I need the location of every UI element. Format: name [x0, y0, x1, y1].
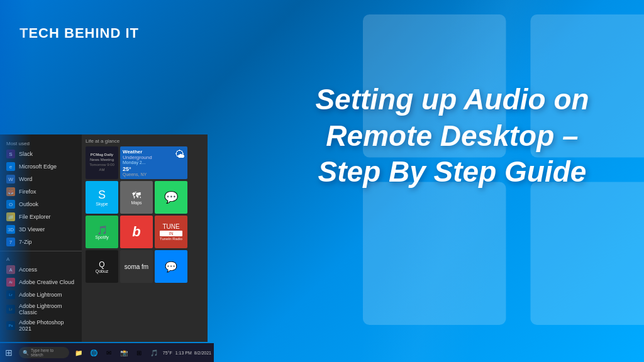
start-menu-left: Most used S Slack e Microsoft Edge W: [0, 134, 82, 342]
tiles-row-4: Q Qobuz soma fm 💬: [86, 250, 204, 283]
firefox-icon: 🦊: [6, 187, 15, 196]
alpha-label: A: [0, 254, 82, 263]
taskbar-tray: 75°F 1:13 PM 8/2/2021: [163, 351, 214, 355]
start-item-lr[interactable]: Lr Adobe Lightroom: [0, 288, 82, 301]
tile-maps[interactable]: 🗺 Maps: [120, 181, 153, 214]
slack-icon: S: [6, 150, 15, 158]
brand-logo: TECH BEHIND IT: [19, 25, 139, 41]
taskbar-time: 1:13 PM: [175, 351, 192, 355]
start-item-word[interactable]: W Word: [0, 173, 82, 185]
start-item-edge[interactable]: e Microsoft Edge: [0, 160, 82, 173]
start-item-3dviewer[interactable]: 3D 3D Viewer: [0, 223, 82, 236]
start-item-7zip[interactable]: 7 7-Zip: [0, 236, 82, 248]
screenshot-container: Most used S Slack e Microsoft Edge W: [0, 129, 214, 362]
photoshop-icon: Ps: [6, 321, 15, 330]
title-text: Setting up Audio on Remote Desktop – Ste…: [298, 82, 606, 190]
tiles-row-1: PCMag Daily News Meeting Tomorrow 9:00 A…: [86, 146, 204, 179]
most-used-label: Most used: [0, 138, 82, 148]
lightroom-icon: Lr: [6, 290, 15, 299]
creative-cloud-icon: Ai: [6, 278, 15, 287]
start-menu-right: Life at a glance PCMag Daily News Meetin…: [82, 134, 208, 342]
tile-weather[interactable]: Weather Underground Monday 2... 25° Quee…: [120, 146, 187, 179]
tile-tunein[interactable]: TUNE IN TuneIn Radio: [155, 216, 187, 248]
title-line1: Setting up Audio on: [315, 83, 589, 116]
taskbar-icon-3[interactable]: ✉: [102, 346, 116, 359]
taskbar-icon-1[interactable]: 📁: [72, 346, 86, 359]
search-placeholder-text: Type here to search: [31, 348, 65, 357]
tile-somafm[interactable]: soma fm: [120, 250, 153, 283]
tile-pcmag[interactable]: PCMag Daily News Meeting Tomorrow 9:00 A…: [86, 146, 118, 179]
search-icon: 🔍: [23, 350, 29, 356]
title-line2: Remote Desktop –: [326, 119, 578, 152]
taskbar-temp: 75°F: [163, 351, 172, 355]
tile-skype[interactable]: S Skype: [86, 181, 118, 214]
taskbar-date: 8/2/2021: [194, 351, 211, 355]
tile-whatsapp[interactable]: 💬: [155, 181, 187, 214]
tiles-row-3: 🎵 Spotify b TUNE IN TuneIn Radio: [86, 216, 204, 248]
page-background: TECH BEHIND IT Setting up Audio on Remot…: [0, 0, 644, 362]
word-icon: W: [6, 175, 15, 184]
start-item-acc[interactable]: Ai Adobe Creative Cloud: [0, 276, 82, 288]
start-item-ps[interactable]: Ps Adobe Photoshop 2021: [0, 317, 82, 334]
tiles-row-2: S Skype 🗺 Maps 💬: [86, 181, 204, 214]
start-item-outlook[interactable]: O Outlook: [0, 198, 82, 211]
taskbar-icon-6[interactable]: 🎵: [147, 346, 161, 359]
start-menu: Most used S Slack e Microsoft Edge W: [0, 134, 208, 342]
start-item-explorer[interactable]: 📁 File Explorer: [0, 211, 82, 223]
taskbar-icon-5[interactable]: ⊞: [132, 346, 146, 359]
7zip-icon: 7: [6, 238, 15, 246]
tile-bing[interactable]: b: [120, 216, 153, 248]
start-item-lrc[interactable]: Lr Adobe Lightroom Classic: [0, 301, 82, 317]
tile-spotify[interactable]: 🎵 Spotify: [86, 216, 118, 248]
tile-messenger[interactable]: 💬: [155, 250, 187, 283]
svg-rect-3: [531, 182, 645, 326]
lightroom-classic-icon: Lr: [6, 305, 15, 314]
access-icon: A: [6, 265, 15, 274]
taskbar: ⊞ 🔍 Type here to search 📁 🌐 ✉ 📸 ⊞ 🎵 75°F…: [0, 343, 214, 362]
outlook-icon: O: [6, 200, 15, 209]
taskbar-icon-2[interactable]: 🌐: [87, 346, 101, 359]
start-item-firefox[interactable]: 🦊 Firefox: [0, 185, 82, 198]
start-item-slack[interactable]: S Slack: [0, 148, 82, 160]
taskbar-pinned-icons: 📁 🌐 ✉ 📸 ⊞ 🎵: [72, 346, 163, 359]
svg-rect-2: [363, 182, 506, 326]
brand-text: TECH BEHIND IT: [19, 25, 139, 41]
edge-icon: e: [6, 162, 15, 171]
taskbar-icon-4[interactable]: 📸: [117, 346, 131, 359]
3dviewer-icon: 3D: [6, 225, 15, 234]
title-line3: Step By Step Guide: [318, 155, 587, 188]
start-button[interactable]: ⊞: [0, 343, 18, 362]
start-item-access[interactable]: A Access: [0, 263, 82, 276]
main-title-block: Setting up Audio on Remote Desktop – Ste…: [298, 82, 606, 190]
explorer-icon: 📁: [6, 212, 15, 221]
tile-qobuz[interactable]: Q Qobuz: [86, 250, 118, 283]
tiles-label: Life at a glance: [86, 138, 204, 144]
divider: [0, 251, 82, 251]
taskbar-search[interactable]: 🔍 Type here to search: [19, 347, 69, 358]
